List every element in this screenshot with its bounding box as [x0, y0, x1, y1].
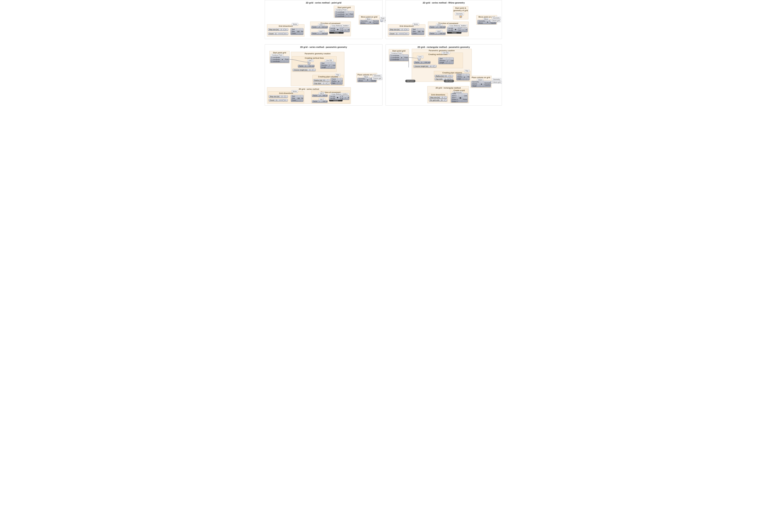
port-in: List {A} — [330, 28, 335, 29]
slider-step-size[interactable]: Step size [m] 2 — [429, 96, 447, 99]
port-in: List {A} — [448, 28, 453, 29]
group-start-point-geometry: Start point & geometry of grid Geometry — [453, 6, 468, 19]
xyz-icon: ✦ — [282, 58, 283, 61]
slider-value: 4 — [308, 69, 310, 71]
slider-column-height[interactable]: Column height [m] 4 — [293, 69, 316, 71]
chip-construct-point: Construct Point — [390, 52, 403, 55]
node-unit-y[interactable]: Factor ↑ Unit vector — [429, 32, 445, 35]
port-in: Motion — [359, 80, 365, 82]
chip-construct-point: Construct Point — [335, 9, 348, 11]
slider-label: Count — [390, 33, 394, 35]
chip-series: Series — [412, 23, 419, 26]
slider-label: Step size [m] — [269, 29, 279, 31]
panel-title: 2D grid - series method - point grid — [265, 1, 382, 4]
port-in: B — [342, 30, 343, 32]
param-geometry[interactable] — [459, 15, 462, 18]
param-point-in[interactable] — [418, 58, 420, 60]
node-pipe[interactable]: Curve Radius Caps ⌀ Pipe — [331, 78, 343, 85]
port-in: Step — [292, 98, 296, 99]
chip-series: Series — [292, 90, 298, 93]
port-in: B — [459, 30, 460, 32]
slider-cap-style[interactable]: Cap style 1 — [313, 82, 330, 85]
node-construct-point[interactable]: X coordinate Y coordinate Z coordinate ✦… — [335, 11, 354, 17]
node-addition[interactable]: A B ＋ Result — [341, 28, 350, 32]
node-pipe[interactable]: Curve Radius Caps ⌀ Pipe — [456, 74, 469, 80]
group-parametric-geometry: Parametric geometry creation Creating ve… — [291, 52, 345, 86]
node-cross-reference[interactable]: List {A} List {B} ✱ List {A} List {B} Ho… — [329, 95, 343, 102]
slider-count[interactable]: Count 11 — [268, 32, 288, 35]
chip-column-grid: Column grid — [491, 81, 502, 84]
node-construct-point[interactable]: X coordinate Y coordinate Z coordinate ✦… — [389, 55, 408, 61]
node-orient[interactable]: Geometry Source Target ◈ Geometry Transf… — [471, 81, 491, 87]
node-series[interactable]: Start Step Count ➿ Series — [411, 28, 424, 35]
cross-ref-icon: ✱ — [337, 97, 339, 99]
node-strip: Holistic — [329, 100, 343, 102]
slider-label: Step size [m] — [390, 29, 399, 31]
node-unit-z[interactable]: Factor ⇧ Unit vector — [414, 61, 430, 64]
slider-step-size[interactable]: Step size [m] 2 — [269, 95, 288, 98]
relay-start-point[interactable]: start point — [444, 80, 454, 82]
chip-addition: Addition — [341, 93, 349, 96]
node-unit-x[interactable]: Factor ↗ Unit vector — [311, 26, 328, 28]
node-unit-x[interactable]: Factor ↗ Unit vector — [429, 26, 445, 28]
port-in: Z coordinate — [336, 15, 345, 17]
node-unit-y[interactable]: Factor ↑ Unit vector — [312, 100, 328, 103]
port-out: Line — [450, 60, 453, 62]
port-out: Unit vector — [439, 26, 445, 28]
slider-count[interactable]: Count 11 — [269, 99, 288, 102]
port-in: List {A} — [330, 96, 335, 98]
node-line-sdl[interactable]: Start Direction Length ╱ Line — [438, 57, 454, 64]
port-in: Y coordinate — [271, 59, 280, 60]
port-in: Radius — [332, 80, 337, 82]
node-series[interactable]: Start Step Count ➿ Series — [291, 95, 304, 102]
node-rectangular[interactable]: Plane Size X Size Y Extent X Extent Y ▦ … — [451, 93, 468, 102]
node-move[interactable]: Geometry Motion ➤ Geometry Transform — [360, 20, 379, 24]
subgroup-create-grid: Create a grid Rectangular Plane Size X S… — [450, 89, 468, 103]
node-addition[interactable]: A B ＋ Result — [458, 28, 467, 32]
slider-step-size[interactable]: Step size [m] 2 — [389, 28, 409, 31]
y-axis-icon: ↑ — [436, 32, 438, 35]
port-out: Unit vector — [323, 101, 328, 102]
port-out: Line — [333, 64, 336, 66]
node-unit-y[interactable]: Factor ↑ Unit vector — [311, 32, 328, 35]
line-icon: ╱ — [447, 60, 449, 62]
xyz-icon: ✦ — [346, 13, 348, 15]
slider-label: Step size [m] — [270, 96, 279, 98]
group-title: Grid dimentions — [428, 94, 448, 96]
node-unit-x[interactable]: Factor ↗ Unit vector — [312, 94, 328, 97]
port-in: Size Y — [452, 97, 458, 99]
node-unit-z[interactable]: Factor ⇧ Unit vector — [298, 65, 315, 68]
param-point[interactable] — [380, 19, 383, 22]
slider-column-height[interactable]: Column height [m] 4 — [413, 65, 436, 68]
chip-pipe: Pipe — [335, 74, 341, 76]
group-direction-of-movement: Direction of movement Unit X Unit Y Cros… — [428, 22, 469, 36]
pipe-icon: ⌀ — [464, 76, 466, 78]
port-in: Source — [472, 83, 479, 85]
node-addition[interactable]: A B ＋ Result — [341, 96, 349, 100]
node-series[interactable]: Start Step Count ➿ Series — [291, 28, 304, 35]
node-line-sdl[interactable]: Start Direction Length ╱ Line — [320, 62, 336, 69]
slider-radius[interactable]: Radius [m] 0.5 — [313, 79, 330, 82]
slider-grid-cells[interactable]: Nr. grid cells 10 — [429, 99, 447, 102]
cross-ref-icon: ✱ — [337, 28, 339, 31]
chip-line-sdl: Line SDL — [441, 52, 450, 54]
slider-count[interactable]: Count 11 — [389, 32, 409, 35]
z-axis-icon: ⇧ — [421, 61, 423, 64]
y-axis-icon: ↑ — [318, 32, 320, 35]
port-in: A — [459, 28, 460, 30]
port-in: Direction — [321, 64, 327, 66]
port-in: Geometry — [359, 78, 365, 80]
slider-radius[interactable]: Radius [m] 0.5 — [435, 75, 453, 77]
slider-label: Column height [m] — [294, 69, 307, 71]
grid-icon: ▦ — [459, 97, 461, 99]
group-title: Grid dimentions — [267, 25, 304, 28]
slider-step-size[interactable]: Step size [m] 2 — [268, 28, 288, 31]
node-construct-point[interactable]: X coordinate Y coordinate Z coordinate ✦… — [270, 56, 289, 63]
port-out: Series — [422, 31, 424, 32]
slider-label: Radius [m] — [436, 75, 444, 77]
relay-start-point[interactable]: start point — [405, 80, 415, 82]
cross-ref-icon: ✱ — [455, 28, 456, 31]
port-out: Series — [301, 98, 304, 99]
param-point-in[interactable] — [308, 62, 311, 64]
port-in: Motion — [478, 22, 485, 24]
